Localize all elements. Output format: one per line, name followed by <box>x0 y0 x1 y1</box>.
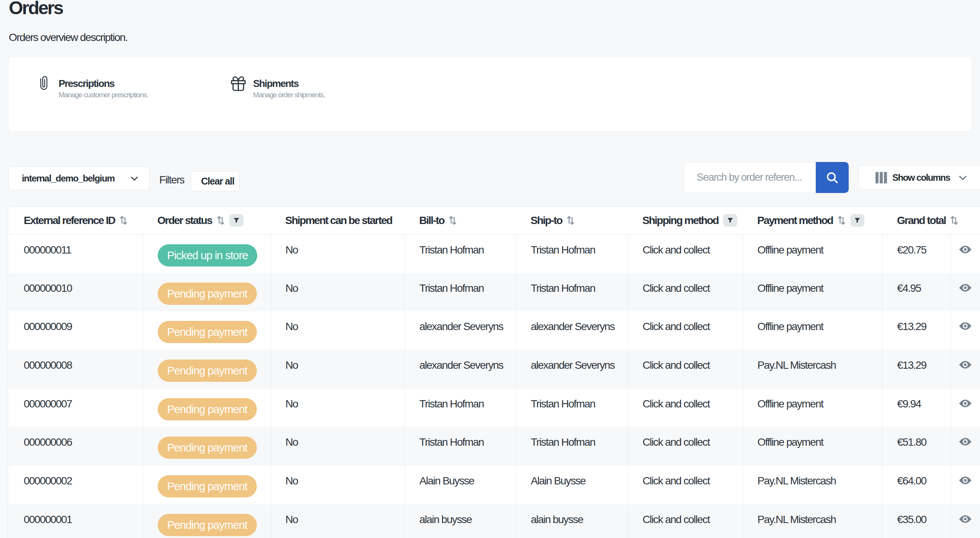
cell-grand-total: €51.80 <box>882 427 951 466</box>
cell-shipment-can-be-started: No <box>271 504 405 538</box>
cell-ship-to: alexander Severyns <box>516 311 628 350</box>
table-header-row: External reference IDOrder statusShipmen… <box>8 207 980 234</box>
search-button[interactable] <box>816 162 849 193</box>
cell-order-status: Pending payment <box>143 389 271 427</box>
show-columns-label: Show columns <box>892 172 950 183</box>
cell-payment-method: Offline payment <box>743 427 882 466</box>
page-description: Orders overview description. <box>9 31 127 44</box>
store-selector-value: internal_demo_belgium <box>22 173 129 184</box>
cell-bill-to: Alain Buysse <box>405 466 516 504</box>
cell-bill-to: Tristan Hofman <box>405 234 516 273</box>
cell-grand-total: €13.29 <box>882 311 951 350</box>
view-order-button[interactable] <box>959 322 972 331</box>
cell-external-reference-id: 000000007 <box>8 389 143 427</box>
cell-shipment-can-be-started: No <box>271 234 405 273</box>
cell-actions <box>951 466 980 504</box>
cell-bill-to: Tristan Hofman <box>405 427 516 466</box>
cell-payment-method: Offline payment <box>743 389 882 427</box>
cell-order-status: Pending payment <box>143 311 271 350</box>
view-order-button[interactable] <box>959 284 972 293</box>
cell-external-reference-id: 000000011 <box>8 234 143 273</box>
search-icon <box>825 170 840 185</box>
filter-icon[interactable] <box>850 214 864 227</box>
sort-icon[interactable] <box>838 215 846 226</box>
cell-bill-to: Tristan Hofman <box>405 389 516 427</box>
filter-icon[interactable] <box>229 214 243 227</box>
cell-ship-to: Tristan Hofman <box>516 273 628 312</box>
cell-shipment-can-be-started: No <box>271 389 405 427</box>
cell-order-status: Pending payment <box>143 350 271 389</box>
orders-table: External reference IDOrder statusShipmen… <box>8 206 980 538</box>
status-badge: Pending payment <box>158 360 257 382</box>
view-order-button[interactable] <box>959 476 972 486</box>
cell-payment-method: Offline payment <box>743 273 882 312</box>
cell-payment-method: Offline payment <box>743 311 882 350</box>
clear-all-button[interactable]: Clear all <box>191 171 240 191</box>
cell-ship-to: Tristan Hofman <box>516 234 628 273</box>
cell-bill-to: alexander Severyns <box>405 350 516 389</box>
filter-icon[interactable] <box>723 214 737 227</box>
column-label: External reference ID <box>24 214 115 227</box>
cell-external-reference-id: 000000008 <box>8 350 143 389</box>
shortcut-shipments-description: Manage order shipments. <box>253 90 325 100</box>
sort-icon[interactable] <box>119 215 127 226</box>
eye-icon <box>959 438 972 446</box>
cell-payment-method: Pay.NL Mistercash <box>743 466 882 504</box>
sort-icon[interactable] <box>217 215 225 226</box>
column-label: Payment method <box>757 214 833 227</box>
search-group <box>683 162 849 193</box>
search-input[interactable] <box>683 162 816 193</box>
cell-ship-to: alexander Severyns <box>516 350 628 389</box>
eye-icon <box>959 322 972 330</box>
table-row: 000000002Pending paymentNoAlain BuysseAl… <box>8 466 980 504</box>
table-row: 000000009Pending paymentNoalexander Seve… <box>8 311 980 350</box>
status-badge: Pending payment <box>158 321 257 343</box>
column-header-bill_to: Bill-to <box>405 207 516 234</box>
shortcut-prescriptions-label: Prescriptions <box>59 77 114 90</box>
sort-icon[interactable] <box>950 215 958 226</box>
column-header-payment_method: Payment method <box>743 207 882 234</box>
cell-actions <box>951 427 980 466</box>
store-selector[interactable]: internal_demo_belgium <box>8 166 150 190</box>
show-columns-button[interactable]: Show columns <box>858 165 980 190</box>
cell-shipping-method: Click and collect <box>628 311 743 350</box>
column-label: Bill-to <box>419 214 444 227</box>
cell-bill-to: alexander Severyns <box>405 311 516 350</box>
view-order-button[interactable] <box>959 399 972 409</box>
table-row: 000000011Picked up in storeNoTristan Hof… <box>8 234 980 273</box>
cell-order-status: Pending payment <box>143 504 271 538</box>
cell-order-status: Pending payment <box>143 427 271 466</box>
view-order-button[interactable] <box>959 438 972 447</box>
view-order-button[interactable] <box>959 515 972 524</box>
cell-ship-to: Tristan Hofman <box>516 427 628 466</box>
page-title: Orders <box>9 0 63 19</box>
cell-payment-method: Pay.NL Mistercash <box>743 350 882 389</box>
cell-shipping-method: Click and collect <box>628 389 743 427</box>
cell-shipment-can-be-started: No <box>271 350 405 389</box>
cell-shipping-method: Click and collect <box>628 350 743 389</box>
cell-grand-total: €64.00 <box>882 466 951 504</box>
eye-icon <box>959 284 972 292</box>
status-badge: Pending payment <box>158 437 257 459</box>
view-order-button[interactable] <box>959 361 972 370</box>
cell-external-reference-id: 000000010 <box>8 273 143 312</box>
table-row: 000000008Pending paymentNoalexander Seve… <box>8 350 980 389</box>
cell-bill-to: Tristan Hofman <box>405 273 516 312</box>
eye-icon <box>959 515 972 523</box>
table-row: 000000001Pending paymentNoalain buysseal… <box>8 504 980 538</box>
table-row: 000000006Pending paymentNoTristan Hofman… <box>8 427 980 466</box>
column-header-id: External reference ID <box>8 207 143 234</box>
sort-icon[interactable] <box>567 215 575 226</box>
view-order-button[interactable] <box>959 245 972 255</box>
column-label: Order status <box>157 214 212 227</box>
cell-actions <box>951 350 980 389</box>
cell-shipping-method: Click and collect <box>628 273 743 312</box>
eye-icon <box>959 399 972 407</box>
cell-actions <box>951 311 980 350</box>
cell-shipping-method: Click and collect <box>628 234 743 273</box>
shortcut-prescriptions-description: Manage customer prescriptions. <box>59 90 148 100</box>
sort-icon[interactable] <box>449 215 457 226</box>
columns-icon <box>875 172 887 183</box>
cell-grand-total: €13.29 <box>882 350 951 389</box>
table-row: 000000010Pending paymentNoTristan Hofman… <box>8 273 980 312</box>
